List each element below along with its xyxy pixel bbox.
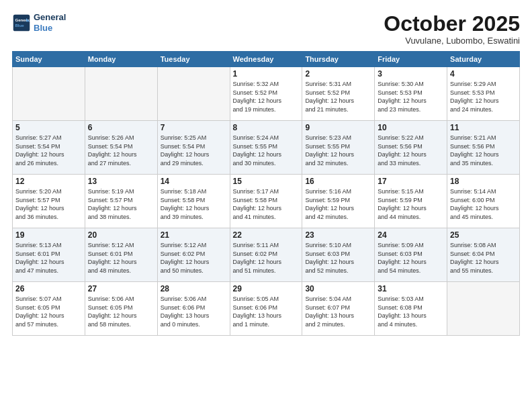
calendar-cell: 21Sunrise: 5:12 AM Sunset: 6:02 PM Dayli…	[157, 228, 230, 282]
day-number: 21	[161, 230, 227, 240]
day-number: 22	[233, 230, 300, 240]
day-number: 31	[378, 284, 444, 293]
calendar-cell: 26Sunrise: 5:07 AM Sunset: 6:05 PM Dayli…	[13, 282, 85, 336]
svg-text:Blue: Blue	[15, 23, 24, 28]
month-title: October 2025	[384, 12, 520, 36]
logo-line2: Blue	[34, 23, 52, 33]
day-info: Sunrise: 5:24 AM Sunset: 5:55 PM Dayligh…	[233, 134, 300, 167]
day-number: 1	[233, 69, 300, 79]
calendar-cell: 22Sunrise: 5:11 AM Sunset: 6:02 PM Dayli…	[230, 228, 302, 282]
calendar-cell: 24Sunrise: 5:09 AM Sunset: 6:03 PM Dayli…	[375, 228, 447, 282]
day-info: Sunrise: 5:03 AM Sunset: 6:08 PM Dayligh…	[378, 295, 444, 328]
day-number: 29	[233, 284, 300, 293]
day-info: Sunrise: 5:07 AM Sunset: 6:05 PM Dayligh…	[15, 295, 82, 328]
header-monday: Monday	[85, 52, 157, 67]
day-number: 18	[450, 177, 517, 186]
day-info: Sunrise: 5:18 AM Sunset: 5:58 PM Dayligh…	[161, 187, 227, 221]
day-number: 17	[378, 177, 444, 186]
header: General Blue General Blue October 2025 V…	[12, 12, 520, 46]
calendar-cell: 19Sunrise: 5:13 AM Sunset: 6:01 PM Dayli…	[13, 228, 85, 282]
calendar-cell	[157, 67, 230, 121]
day-info: Sunrise: 5:23 AM Sunset: 5:55 PM Dayligh…	[305, 134, 371, 167]
calendar-week-3: 12Sunrise: 5:20 AM Sunset: 5:57 PM Dayli…	[13, 175, 520, 228]
calendar-cell: 5Sunrise: 5:27 AM Sunset: 5:54 PM Daylig…	[13, 121, 85, 175]
calendar-cell: 3Sunrise: 5:30 AM Sunset: 5:53 PM Daylig…	[375, 67, 447, 121]
day-number: 20	[88, 230, 154, 240]
calendar-cell: 30Sunrise: 5:04 AM Sunset: 6:07 PM Dayli…	[302, 282, 375, 336]
day-info: Sunrise: 5:15 AM Sunset: 5:59 PM Dayligh…	[378, 187, 444, 221]
calendar-cell: 8Sunrise: 5:24 AM Sunset: 5:55 PM Daylig…	[230, 121, 302, 175]
calendar-week-2: 5Sunrise: 5:27 AM Sunset: 5:54 PM Daylig…	[13, 121, 520, 175]
calendar-cell: 4Sunrise: 5:29 AM Sunset: 5:53 PM Daylig…	[447, 67, 520, 121]
day-info: Sunrise: 5:04 AM Sunset: 6:07 PM Dayligh…	[305, 295, 371, 328]
calendar-cell: 23Sunrise: 5:10 AM Sunset: 6:03 PM Dayli…	[302, 228, 375, 282]
day-info: Sunrise: 5:30 AM Sunset: 5:53 PM Dayligh…	[378, 80, 444, 113]
day-number: 16	[305, 177, 371, 186]
calendar-cell: 29Sunrise: 5:05 AM Sunset: 6:06 PM Dayli…	[230, 282, 302, 336]
day-info: Sunrise: 5:09 AM Sunset: 6:03 PM Dayligh…	[378, 241, 444, 275]
logo-text: General Blue	[34, 12, 66, 33]
day-info: Sunrise: 5:25 AM Sunset: 5:54 PM Dayligh…	[161, 134, 227, 167]
day-number: 8	[233, 123, 300, 132]
day-number: 7	[161, 123, 227, 132]
calendar-cell: 25Sunrise: 5:08 AM Sunset: 6:04 PM Dayli…	[447, 228, 520, 282]
calendar-cell: 10Sunrise: 5:22 AM Sunset: 5:56 PM Dayli…	[375, 121, 447, 175]
day-number: 2	[305, 69, 371, 79]
calendar-cell: 2Sunrise: 5:31 AM Sunset: 5:52 PM Daylig…	[302, 67, 375, 121]
calendar-cell: 18Sunrise: 5:14 AM Sunset: 6:00 PM Dayli…	[447, 175, 520, 228]
header-friday: Friday	[375, 52, 447, 67]
day-number: 3	[378, 69, 444, 79]
header-saturday: Saturday	[447, 52, 520, 67]
page: General Blue General Blue October 2025 V…	[0, 0, 532, 411]
calendar-cell: 27Sunrise: 5:06 AM Sunset: 6:05 PM Dayli…	[85, 282, 157, 336]
calendar-cell: 17Sunrise: 5:15 AM Sunset: 5:59 PM Dayli…	[375, 175, 447, 228]
calendar-cell	[85, 67, 157, 121]
day-number: 27	[88, 284, 154, 293]
calendar-cell: 1Sunrise: 5:32 AM Sunset: 5:52 PM Daylig…	[230, 67, 302, 121]
day-info: Sunrise: 5:19 AM Sunset: 5:57 PM Dayligh…	[88, 187, 154, 221]
calendar-week-1: 1Sunrise: 5:32 AM Sunset: 5:52 PM Daylig…	[13, 67, 520, 121]
day-info: Sunrise: 5:27 AM Sunset: 5:54 PM Dayligh…	[15, 134, 82, 167]
header-wednesday: Wednesday	[230, 52, 302, 67]
logo: General Blue General Blue	[12, 12, 66, 33]
day-number: 24	[378, 230, 444, 240]
day-number: 28	[161, 284, 227, 293]
day-number: 10	[378, 123, 444, 132]
calendar-cell: 20Sunrise: 5:12 AM Sunset: 6:01 PM Dayli…	[85, 228, 157, 282]
calendar-week-4: 19Sunrise: 5:13 AM Sunset: 6:01 PM Dayli…	[13, 228, 520, 282]
day-info: Sunrise: 5:08 AM Sunset: 6:04 PM Dayligh…	[450, 241, 517, 275]
logo-icon: General Blue	[12, 13, 31, 32]
day-info: Sunrise: 5:16 AM Sunset: 5:59 PM Dayligh…	[305, 187, 371, 221]
day-info: Sunrise: 5:06 AM Sunset: 6:05 PM Dayligh…	[88, 295, 154, 328]
day-info: Sunrise: 5:10 AM Sunset: 6:03 PM Dayligh…	[305, 241, 371, 275]
calendar-cell: 11Sunrise: 5:21 AM Sunset: 5:56 PM Dayli…	[447, 121, 520, 175]
calendar-cell: 14Sunrise: 5:18 AM Sunset: 5:58 PM Dayli…	[157, 175, 230, 228]
calendar-cell	[447, 282, 520, 336]
calendar-header-row: Sunday Monday Tuesday Wednesday Thursday…	[13, 52, 520, 67]
logo-line1: General	[34, 12, 66, 23]
day-number: 23	[305, 230, 371, 240]
calendar-cell: 12Sunrise: 5:20 AM Sunset: 5:57 PM Dayli…	[13, 175, 85, 228]
location: Vuvulane, Lubombo, Eswatini	[384, 36, 520, 46]
day-info: Sunrise: 5:26 AM Sunset: 5:54 PM Dayligh…	[88, 134, 154, 167]
day-info: Sunrise: 5:12 AM Sunset: 6:02 PM Dayligh…	[161, 241, 227, 275]
calendar-cell: 15Sunrise: 5:17 AM Sunset: 5:58 PM Dayli…	[230, 175, 302, 228]
header-sunday: Sunday	[13, 52, 85, 67]
day-info: Sunrise: 5:05 AM Sunset: 6:06 PM Dayligh…	[233, 295, 300, 328]
calendar-cell: 13Sunrise: 5:19 AM Sunset: 5:57 PM Dayli…	[85, 175, 157, 228]
day-number: 13	[88, 177, 154, 186]
day-number: 26	[15, 284, 82, 293]
day-number: 15	[233, 177, 300, 186]
day-number: 19	[15, 230, 82, 240]
calendar-cell: 31Sunrise: 5:03 AM Sunset: 6:08 PM Dayli…	[375, 282, 447, 336]
day-number: 9	[305, 123, 371, 132]
day-number: 11	[450, 123, 517, 132]
calendar-cell: 6Sunrise: 5:26 AM Sunset: 5:54 PM Daylig…	[85, 121, 157, 175]
day-number: 4	[450, 69, 517, 79]
day-info: Sunrise: 5:13 AM Sunset: 6:01 PM Dayligh…	[15, 241, 82, 275]
day-info: Sunrise: 5:12 AM Sunset: 6:01 PM Dayligh…	[88, 241, 154, 275]
day-info: Sunrise: 5:22 AM Sunset: 5:56 PM Dayligh…	[378, 134, 444, 167]
day-info: Sunrise: 5:32 AM Sunset: 5:52 PM Dayligh…	[233, 80, 300, 113]
calendar-cell: 28Sunrise: 5:06 AM Sunset: 6:06 PM Dayli…	[157, 282, 230, 336]
day-info: Sunrise: 5:14 AM Sunset: 6:00 PM Dayligh…	[450, 187, 517, 221]
